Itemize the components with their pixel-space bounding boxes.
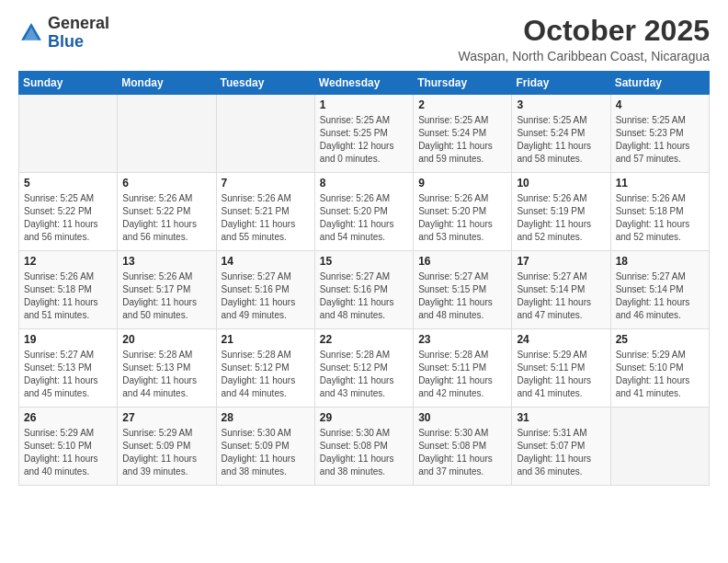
title-block: October 2025 Waspan, North Caribbean Coa… xyxy=(459,15,710,63)
logo-text: General Blue xyxy=(48,15,109,52)
day-number: 21 xyxy=(222,333,310,346)
calendar-week-row: 12Sunrise: 5:26 AM Sunset: 5:18 PM Dayli… xyxy=(19,251,710,329)
day-info: Sunrise: 5:27 AM Sunset: 5:14 PM Dayligh… xyxy=(616,270,704,322)
day-info: Sunrise: 5:29 AM Sunset: 5:11 PM Dayligh… xyxy=(517,349,605,400)
day-info: Sunrise: 5:25 AM Sunset: 5:24 PM Dayligh… xyxy=(418,114,506,166)
calendar-cell: 4Sunrise: 5:25 AM Sunset: 5:23 PM Daylig… xyxy=(610,95,709,173)
calendar-week-row: 26Sunrise: 5:29 AM Sunset: 5:10 PM Dayli… xyxy=(19,408,710,486)
day-number: 17 xyxy=(517,255,605,268)
day-info: Sunrise: 5:27 AM Sunset: 5:16 PM Dayligh… xyxy=(222,270,310,322)
weekday-header: Monday xyxy=(118,72,216,95)
logo: General Blue xyxy=(18,15,109,52)
day-number: 11 xyxy=(616,177,704,190)
day-info: Sunrise: 5:29 AM Sunset: 5:10 PM Dayligh… xyxy=(616,349,704,400)
day-number: 13 xyxy=(122,255,210,268)
calendar-cell xyxy=(216,95,314,173)
day-info: Sunrise: 5:26 AM Sunset: 5:17 PM Dayligh… xyxy=(122,270,210,322)
day-info: Sunrise: 5:27 AM Sunset: 5:14 PM Dayligh… xyxy=(517,270,605,322)
calendar-week-row: 1Sunrise: 5:25 AM Sunset: 5:25 PM Daylig… xyxy=(19,95,710,173)
day-info: Sunrise: 5:25 AM Sunset: 5:24 PM Dayligh… xyxy=(517,114,605,166)
day-info: Sunrise: 5:26 AM Sunset: 5:18 PM Dayligh… xyxy=(616,192,704,244)
calendar-cell: 7Sunrise: 5:26 AM Sunset: 5:21 PM Daylig… xyxy=(216,173,314,251)
day-number: 6 xyxy=(122,177,210,190)
calendar-cell: 1Sunrise: 5:25 AM Sunset: 5:25 PM Daylig… xyxy=(314,95,413,173)
day-number: 18 xyxy=(616,255,704,268)
calendar-cell: 26Sunrise: 5:29 AM Sunset: 5:10 PM Dayli… xyxy=(19,408,118,486)
calendar-cell xyxy=(118,95,216,173)
day-info: Sunrise: 5:28 AM Sunset: 5:12 PM Dayligh… xyxy=(320,349,408,400)
calendar-cell: 27Sunrise: 5:29 AM Sunset: 5:09 PM Dayli… xyxy=(118,408,216,486)
weekday-header: Sunday xyxy=(19,72,118,95)
calendar-cell: 18Sunrise: 5:27 AM Sunset: 5:14 PM Dayli… xyxy=(610,251,709,329)
calendar-cell: 23Sunrise: 5:28 AM Sunset: 5:11 PM Dayli… xyxy=(414,329,512,408)
calendar-cell: 30Sunrise: 5:30 AM Sunset: 5:08 PM Dayli… xyxy=(414,408,512,486)
day-info: Sunrise: 5:30 AM Sunset: 5:08 PM Dayligh… xyxy=(320,427,408,478)
day-info: Sunrise: 5:25 AM Sunset: 5:23 PM Dayligh… xyxy=(616,114,704,166)
day-number: 3 xyxy=(517,98,605,111)
month-title: October 2025 xyxy=(459,15,710,47)
day-number: 8 xyxy=(320,177,408,190)
day-info: Sunrise: 5:27 AM Sunset: 5:13 PM Dayligh… xyxy=(24,349,112,400)
calendar-cell: 17Sunrise: 5:27 AM Sunset: 5:14 PM Dayli… xyxy=(512,251,610,329)
day-number: 12 xyxy=(24,255,112,268)
day-number: 19 xyxy=(24,333,112,346)
calendar-cell: 10Sunrise: 5:26 AM Sunset: 5:19 PM Dayli… xyxy=(512,173,610,251)
calendar-cell: 24Sunrise: 5:29 AM Sunset: 5:11 PM Dayli… xyxy=(512,329,610,408)
calendar-cell: 28Sunrise: 5:30 AM Sunset: 5:09 PM Dayli… xyxy=(216,408,314,486)
calendar-cell: 2Sunrise: 5:25 AM Sunset: 5:24 PM Daylig… xyxy=(414,95,512,173)
day-info: Sunrise: 5:29 AM Sunset: 5:09 PM Dayligh… xyxy=(122,427,210,478)
calendar-cell: 13Sunrise: 5:26 AM Sunset: 5:17 PM Dayli… xyxy=(118,251,216,329)
day-number: 5 xyxy=(24,177,112,190)
day-number: 26 xyxy=(24,411,112,424)
weekday-header-row: SundayMondayTuesdayWednesdayThursdayFrid… xyxy=(19,72,710,95)
calendar-table: SundayMondayTuesdayWednesdayThursdayFrid… xyxy=(18,71,710,486)
calendar-cell: 25Sunrise: 5:29 AM Sunset: 5:10 PM Dayli… xyxy=(610,329,709,408)
weekday-header: Tuesday xyxy=(216,72,314,95)
day-info: Sunrise: 5:27 AM Sunset: 5:15 PM Dayligh… xyxy=(418,270,506,322)
weekday-header: Wednesday xyxy=(314,72,413,95)
calendar-cell: 29Sunrise: 5:30 AM Sunset: 5:08 PM Dayli… xyxy=(314,408,413,486)
day-number: 7 xyxy=(222,177,310,190)
day-info: Sunrise: 5:28 AM Sunset: 5:12 PM Dayligh… xyxy=(222,349,310,400)
calendar-cell: 8Sunrise: 5:26 AM Sunset: 5:20 PM Daylig… xyxy=(314,173,413,251)
day-number: 23 xyxy=(418,333,506,346)
calendar-week-row: 5Sunrise: 5:25 AM Sunset: 5:22 PM Daylig… xyxy=(19,173,710,251)
calendar-cell: 15Sunrise: 5:27 AM Sunset: 5:16 PM Dayli… xyxy=(314,251,413,329)
header: General Blue October 2025 Waspan, North … xyxy=(18,15,710,63)
calendar-cell: 22Sunrise: 5:28 AM Sunset: 5:12 PM Dayli… xyxy=(314,329,413,408)
calendar-cell: 20Sunrise: 5:28 AM Sunset: 5:13 PM Dayli… xyxy=(118,329,216,408)
day-info: Sunrise: 5:31 AM Sunset: 5:07 PM Dayligh… xyxy=(517,427,605,478)
day-number: 28 xyxy=(222,411,310,424)
day-number: 25 xyxy=(616,333,704,346)
day-number: 10 xyxy=(517,177,605,190)
weekday-header: Saturday xyxy=(610,72,709,95)
day-info: Sunrise: 5:26 AM Sunset: 5:20 PM Dayligh… xyxy=(320,192,408,244)
day-number: 15 xyxy=(320,255,408,268)
calendar-cell: 21Sunrise: 5:28 AM Sunset: 5:12 PM Dayli… xyxy=(216,329,314,408)
day-number: 27 xyxy=(122,411,210,424)
page: General Blue October 2025 Waspan, North … xyxy=(0,0,728,500)
calendar-cell xyxy=(610,408,709,486)
calendar-cell: 14Sunrise: 5:27 AM Sunset: 5:16 PM Dayli… xyxy=(216,251,314,329)
day-number: 30 xyxy=(418,411,506,424)
day-info: Sunrise: 5:27 AM Sunset: 5:16 PM Dayligh… xyxy=(320,270,408,322)
day-number: 22 xyxy=(320,333,408,346)
day-number: 31 xyxy=(517,411,605,424)
day-info: Sunrise: 5:30 AM Sunset: 5:08 PM Dayligh… xyxy=(418,427,506,478)
calendar-cell: 11Sunrise: 5:26 AM Sunset: 5:18 PM Dayli… xyxy=(610,173,709,251)
calendar-cell: 6Sunrise: 5:26 AM Sunset: 5:22 PM Daylig… xyxy=(118,173,216,251)
day-info: Sunrise: 5:28 AM Sunset: 5:11 PM Dayligh… xyxy=(418,349,506,400)
day-number: 14 xyxy=(222,255,310,268)
location: Waspan, North Caribbean Coast, Nicaragua xyxy=(459,49,710,63)
day-info: Sunrise: 5:26 AM Sunset: 5:18 PM Dayligh… xyxy=(24,270,112,322)
calendar-cell: 16Sunrise: 5:27 AM Sunset: 5:15 PM Dayli… xyxy=(414,251,512,329)
calendar-cell: 3Sunrise: 5:25 AM Sunset: 5:24 PM Daylig… xyxy=(512,95,610,173)
weekday-header: Thursday xyxy=(414,72,512,95)
day-number: 2 xyxy=(418,98,506,111)
day-info: Sunrise: 5:25 AM Sunset: 5:25 PM Dayligh… xyxy=(320,114,408,166)
day-number: 20 xyxy=(122,333,210,346)
day-number: 16 xyxy=(418,255,506,268)
day-info: Sunrise: 5:28 AM Sunset: 5:13 PM Dayligh… xyxy=(122,349,210,400)
day-number: 24 xyxy=(517,333,605,346)
day-number: 9 xyxy=(418,177,506,190)
